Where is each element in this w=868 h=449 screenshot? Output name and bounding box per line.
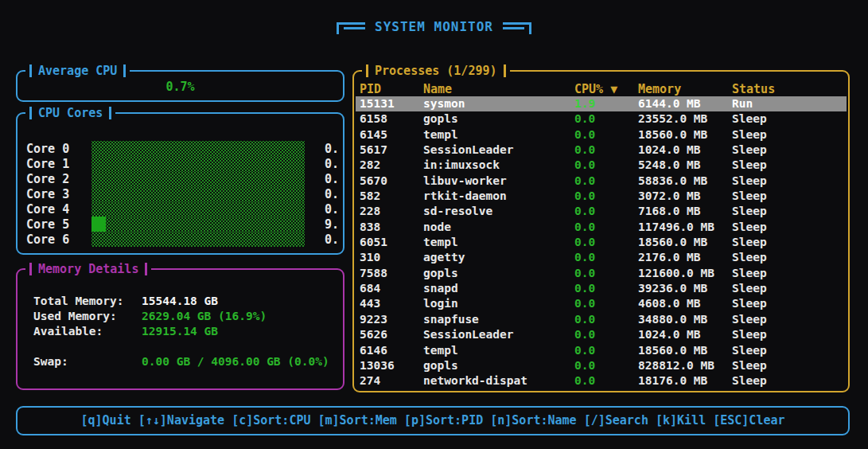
swap-value: 0.00 GB / 4096.00 GB (0.0%) <box>142 355 329 368</box>
process-row[interactable]: 6146 templ 0.0 18560.0 MB Sleep <box>356 343 847 358</box>
process-memory: 18560.0 MB <box>638 128 707 141</box>
app-header: SYSTEM MONITOR <box>0 19 868 34</box>
process-name: sysmon <box>423 97 465 110</box>
process-pid: 13036 <box>360 359 395 372</box>
process-name: networkd-dispat <box>423 374 527 387</box>
average-cpu-panel-title: Average CPU <box>25 62 130 80</box>
app-title: SYSTEM MONITOR <box>375 19 493 34</box>
process-status: Sleep <box>732 297 767 310</box>
process-name: agetty <box>423 251 465 264</box>
process-status: Sleep <box>732 189 767 202</box>
memory-title-label: Memory Details <box>38 262 138 276</box>
column-header-memory[interactable]: Memory <box>638 82 681 96</box>
process-status: Sleep <box>732 282 767 295</box>
process-pid: 6158 <box>360 112 387 125</box>
title-tick-left <box>29 64 32 77</box>
column-header-cpu-sorted[interactable]: CPU% ▼ <box>574 82 617 96</box>
process-pid: 15131 <box>360 97 395 110</box>
available-memory-value: 12915.14 GB <box>142 325 218 338</box>
process-cpu: 0.0 <box>574 174 595 187</box>
process-name: templ <box>423 344 458 357</box>
process-pid: 5617 <box>360 143 387 156</box>
core-usage-value: 0. <box>305 187 343 201</box>
average-cpu-title-label: Average CPU <box>38 64 117 78</box>
process-cpu: 0.0 <box>574 374 595 387</box>
process-memory: 828812.0 MB <box>638 359 714 372</box>
process-cpu: 0.0 <box>574 328 595 341</box>
process-pid: 443 <box>360 297 380 310</box>
process-name: login <box>423 297 458 310</box>
cpu-core-row: Core 1 0. <box>18 156 343 171</box>
process-table-header: PID Name CPU% ▼ Memory Status <box>356 82 847 97</box>
used-memory-value: 2629.04 GB (16.9%) <box>142 310 267 322</box>
swap-label: Swap: <box>33 355 142 368</box>
process-row[interactable]: 6051 templ 0.0 18560.0 MB Sleep <box>356 235 847 250</box>
process-row[interactable]: 282 in:imuxsock 0.0 5248.0 MB Sleep <box>356 158 847 173</box>
column-header-pid[interactable]: PID <box>360 82 381 96</box>
cpu-core-row: Core 5 9. <box>18 217 343 232</box>
process-row[interactable]: 6158 gopls 0.0 23552.0 MB Sleep <box>356 111 847 127</box>
process-row[interactable]: 310 agetty 0.0 2176.0 MB Sleep <box>356 250 847 265</box>
core-label: Core 2 <box>18 172 91 186</box>
cpu-core-list: Core 0 0. Core 1 0. Core 2 0. Core 3 0. … <box>18 141 343 247</box>
cpu-core-row: Core 6 0. <box>18 232 343 247</box>
title-decoration-left-icon <box>337 20 365 34</box>
process-row[interactable]: 838 node 0.0 117496.0 MB Sleep <box>356 220 847 235</box>
process-row[interactable]: 582 rtkit-daemon 0.0 3072.0 MB Sleep <box>356 189 847 204</box>
process-pid: 582 <box>360 189 380 202</box>
process-name: rtkit-daemon <box>423 189 507 202</box>
cpu-cores-panel-title: CPU Cores <box>25 104 115 122</box>
process-status: Sleep <box>732 112 767 125</box>
title-tick-right <box>123 64 126 77</box>
core-usage-bar <box>91 156 305 171</box>
memory-rows: Total Memory: 15544.18 GB Used Memory: 2… <box>18 293 343 369</box>
process-memory: 18560.0 MB <box>638 236 707 248</box>
average-cpu-panel: Average CPU 0.7% <box>16 70 344 102</box>
process-row[interactable]: 274 networkd-dispat 0.0 18176.0 MB Sleep <box>356 373 847 388</box>
process-row[interactable]: 684 snapd 0.0 39236.0 MB Sleep <box>356 281 847 296</box>
cpu-cores-title-label: CPU Cores <box>38 106 103 120</box>
process-cpu: 0.0 <box>574 128 595 141</box>
process-memory: 18176.0 MB <box>638 374 707 387</box>
process-cpu: 0.0 <box>574 359 595 372</box>
process-memory: 3072.0 MB <box>638 189 701 202</box>
process-cpu: 1.9 <box>574 97 595 110</box>
process-pid: 7588 <box>360 267 387 279</box>
cpu-core-row: Core 3 0. <box>18 186 343 201</box>
process-row[interactable]: 5670 libuv-worker 0.0 58836.0 MB Sleep <box>356 174 847 189</box>
core-usage-value: 0. <box>305 172 343 186</box>
process-row[interactable]: 13036 gopls 0.0 828812.0 MB Sleep <box>356 358 847 373</box>
process-row[interactable]: 15131 sysmon 1.9 6144.0 MB Run <box>356 96 847 111</box>
process-row[interactable]: 5626 SessionLeader 0.0 1024.0 MB Sleep <box>356 327 847 342</box>
title-tick-right <box>109 107 111 119</box>
title-tick-left <box>29 263 32 275</box>
process-memory: 1024.0 MB <box>638 328 701 341</box>
process-status: Sleep <box>732 313 767 326</box>
process-row[interactable]: 7588 gopls 0.0 121600.0 MB Sleep <box>356 266 847 281</box>
process-row[interactable]: 9223 snapfuse 0.0 34880.0 MB Sleep <box>356 312 847 327</box>
process-name: libuv-worker <box>423 174 507 187</box>
process-status: Sleep <box>732 158 767 171</box>
process-name: in:imuxsock <box>423 158 500 171</box>
process-cpu: 0.0 <box>574 112 595 125</box>
column-header-status[interactable]: Status <box>732 82 775 96</box>
process-cpu: 0.0 <box>574 267 595 279</box>
title-decoration-right-icon <box>503 20 531 34</box>
process-memory: 18560.0 MB <box>638 344 707 357</box>
process-status: Sleep <box>732 221 767 233</box>
column-header-name[interactable]: Name <box>423 82 452 96</box>
swap-row: Swap: 0.00 GB / 4096.00 GB (0.0%) <box>18 353 343 369</box>
core-usage-bar <box>91 232 305 247</box>
process-name: templ <box>423 128 458 141</box>
process-row[interactable]: 228 sd-resolve 0.0 7168.0 MB Sleep <box>356 204 847 219</box>
process-row[interactable]: 443 login 0.0 4608.0 MB Sleep <box>356 296 847 311</box>
process-status: Sleep <box>732 236 767 248</box>
process-cpu: 0.0 <box>574 221 595 233</box>
process-row[interactable]: 6145 templ 0.0 18560.0 MB Sleep <box>356 127 847 143</box>
average-cpu-value: 0.7% <box>18 80 343 94</box>
core-usage-value: 0. <box>305 142 343 156</box>
core-label: Core 1 <box>18 157 91 171</box>
process-name: SessionLeader <box>423 143 514 156</box>
process-row[interactable]: 5617 SessionLeader 0.0 1024.0 MB Sleep <box>356 143 847 158</box>
process-status: Run <box>732 97 753 110</box>
